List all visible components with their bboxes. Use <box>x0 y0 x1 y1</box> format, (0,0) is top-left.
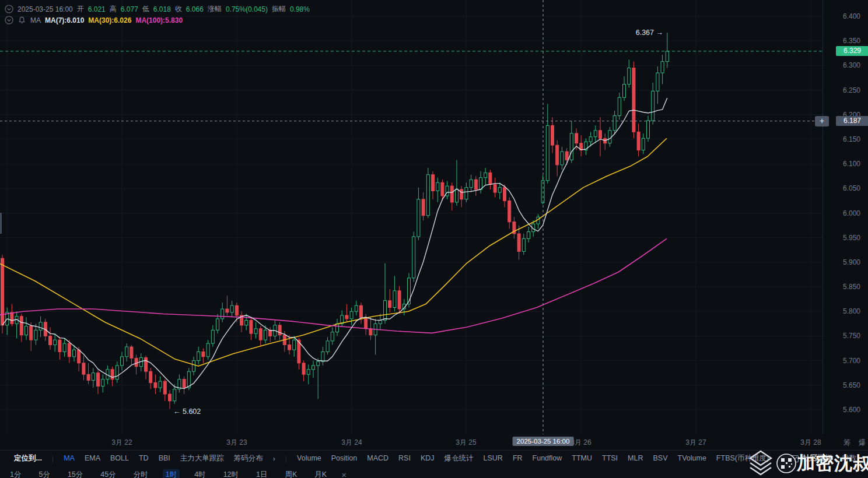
indicator-MA[interactable]: MA <box>64 454 75 462</box>
divider: | <box>285 455 287 463</box>
interval-1分[interactable]: 1分 <box>7 469 24 478</box>
price-tick: 6.150 <box>843 135 860 143</box>
candle-body <box>465 188 468 199</box>
interval-月K[interactable]: 月K <box>312 469 330 478</box>
close-value: 6.066 <box>186 5 204 13</box>
interval-45分[interactable]: 45分 <box>97 469 118 478</box>
candle-body <box>408 278 411 304</box>
indicator-BBI[interactable]: BBI <box>159 454 170 462</box>
candle-body <box>145 358 148 372</box>
change-value: 0.75%(0.045) <box>226 5 268 13</box>
alert-bell-icon[interactable] <box>18 16 26 24</box>
sub-indicator-Position[interactable]: Position <box>331 454 357 462</box>
sub-indicator-爆仓统计[interactable]: 爆仓统计 <box>444 454 474 462</box>
sub-indicator-RSI[interactable]: RSI <box>398 454 411 462</box>
sub-indicator-MLR[interactable]: MLR <box>628 454 643 462</box>
low-price-annotation: ← 5.602 <box>173 407 201 416</box>
collapse-chevron-icon[interactable] <box>5 5 13 13</box>
edit-indicator-icon[interactable] <box>791 455 799 463</box>
candle-body <box>211 330 214 343</box>
ma7-value: MA(7):6.010 <box>45 16 84 24</box>
date-tick: 3月 23 <box>226 438 247 448</box>
sub-indicator-TTMU[interactable]: TTMU <box>572 454 592 462</box>
price-tick: 6.400 <box>843 12 860 20</box>
candle-body <box>561 152 564 165</box>
sub-indicator-BSV[interactable]: BSV <box>653 454 668 462</box>
candle-body <box>130 347 133 358</box>
interval-5分[interactable]: 5分 <box>36 469 52 478</box>
candle-body <box>623 84 626 97</box>
candle-body <box>652 91 654 121</box>
side-tab[interactable]: 筹 <box>844 438 850 448</box>
date-tick: 3月 24 <box>341 438 362 448</box>
collapse-chevron-icon[interactable] <box>5 16 13 24</box>
close-interval-button[interactable]: × <box>341 470 346 478</box>
interval-1日[interactable]: 1日 <box>253 469 270 478</box>
indicator-EMA[interactable]: EMA <box>85 454 100 462</box>
crosshair-drag-handle[interactable]: + <box>815 116 829 126</box>
candle-body <box>632 68 635 132</box>
price-tick: 6.050 <box>843 184 860 192</box>
candle-body <box>54 340 57 345</box>
locate-button[interactable]: 定位到... <box>14 454 42 463</box>
community-indicators-button[interactable]: 社区指标 <box>803 454 832 463</box>
sub-indicator-Fundflow[interactable]: Fundflow <box>533 454 562 462</box>
candlestick-chart[interactable]: 6.367 →← 5.602 <box>0 0 822 434</box>
candle-body <box>360 305 363 317</box>
sub-indicator-LSUR[interactable]: LSUR <box>484 454 503 462</box>
price-tick: 5.900 <box>843 258 860 266</box>
candle-body <box>102 379 104 386</box>
candle-body <box>384 301 387 321</box>
indicator-BOLL[interactable]: BOLL <box>110 454 129 462</box>
candle-body <box>216 319 219 330</box>
date-tick: 3月 27 <box>685 438 706 448</box>
candle-body <box>230 305 233 312</box>
indicator-name: MA <box>30 16 41 24</box>
candle-body <box>432 175 435 191</box>
indicator-筹码分布[interactable]: 筹码分布 <box>234 454 263 462</box>
chart-canvas[interactable]: 6.367 →← 5.602 <box>0 0 822 434</box>
sub-indicator-TVolume[interactable]: TVolume <box>678 454 706 462</box>
interval-1时[interactable]: 1时 <box>163 469 180 478</box>
sub-indicator-KDJ[interactable]: KDJ <box>421 454 435 462</box>
sub-indicator-TTSI[interactable]: TTSI <box>602 454 618 462</box>
left-scroll-nub[interactable] <box>0 213 2 234</box>
candle-body <box>293 340 296 350</box>
indicator-TD[interactable]: TD <box>139 454 149 462</box>
indicator-主力大单跟踪[interactable]: 主力大单跟踪 <box>180 454 224 462</box>
more-sub-indicators-arrow[interactable]: › <box>779 455 781 463</box>
candle-body <box>245 320 248 325</box>
candle-timestamp: 2025-03-25 16:00 <box>18 5 73 13</box>
log-scale-toggle[interactable]: 对数 <box>842 454 856 463</box>
interval-分时[interactable]: 分时 <box>131 469 151 478</box>
side-panel-tabs[interactable]: 筹爆 <box>844 438 866 448</box>
high-value: 6.077 <box>121 5 138 13</box>
candle-body <box>154 383 157 388</box>
candle-body <box>235 305 238 315</box>
candle-body <box>450 186 453 202</box>
candle-body <box>474 180 477 189</box>
interval-4时[interactable]: 4时 <box>191 469 208 478</box>
sub-indicator-Volume[interactable]: Volume <box>297 454 321 462</box>
price-tick: 5.650 <box>843 381 860 389</box>
open-value: 6.021 <box>88 5 106 13</box>
candle-body <box>398 291 401 309</box>
sub-indicator-MACD[interactable]: MACD <box>367 454 388 462</box>
date-axis[interactable]: 3月 223月 233月 243月 253月 263月 273月 28 2025… <box>0 434 868 450</box>
candle-body <box>226 309 229 312</box>
sub-indicator-FR[interactable]: FR <box>513 454 523 462</box>
side-tab[interactable]: 爆 <box>859 438 866 448</box>
candle-body <box>456 189 459 202</box>
interval-12时[interactable]: 12时 <box>220 469 242 478</box>
candle-body <box>336 324 339 332</box>
sub-indicator-FTBS(币种维度)[interactable]: FTBS(币种维度) <box>716 454 769 462</box>
candle-body <box>269 330 272 336</box>
price-axis[interactable]: 6.4006.3506.3006.2506.2006.1506.1006.050… <box>822 0 868 434</box>
candle-body <box>97 373 100 386</box>
interval-周K[interactable]: 周K <box>282 469 300 478</box>
candle-body <box>121 357 124 365</box>
more-indicators-arrow[interactable]: › <box>273 455 275 463</box>
candle-body <box>116 365 118 379</box>
candle-body <box>159 381 162 388</box>
interval-15分[interactable]: 15分 <box>65 469 86 478</box>
